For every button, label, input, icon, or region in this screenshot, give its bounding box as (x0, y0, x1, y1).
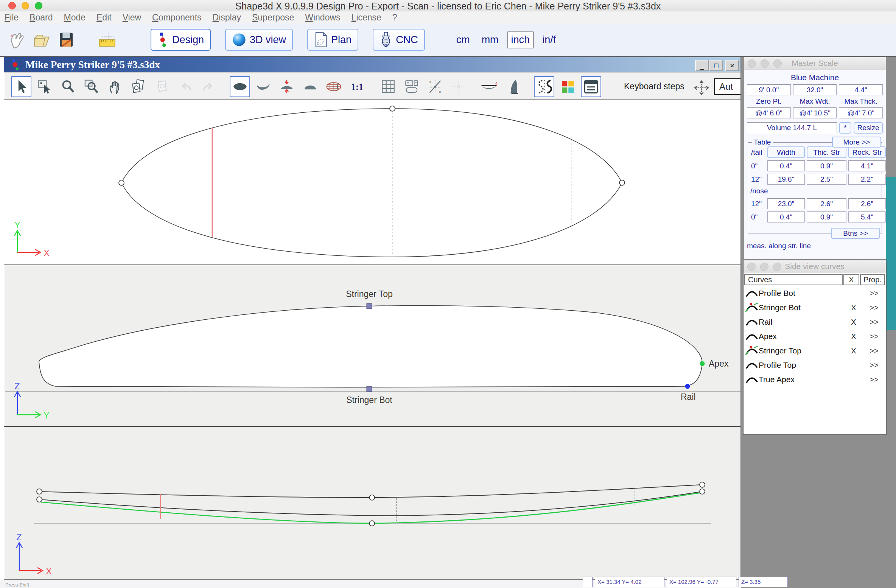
curve-prop-button[interactable]: >> (862, 318, 886, 327)
3d-view-button[interactable]: 3D view (225, 29, 293, 51)
tool-select-rect-icon[interactable] (34, 76, 55, 97)
table-cell[interactable]: 0.9" (807, 160, 846, 171)
thickness-field[interactable]: 4.4" (839, 84, 883, 95)
table-cell[interactable]: 0.4" (767, 212, 805, 222)
menu-item-superpose[interactable]: Superpose (252, 12, 294, 23)
curve-x-flag[interactable]: X (845, 303, 862, 312)
side-view[interactable]: Stringer Top Stringer Bot Apex Rail Z Y (4, 266, 741, 427)
menu-item-view[interactable]: View (123, 12, 141, 23)
table-cell[interactable]: 2.6" (807, 198, 846, 209)
rail-point[interactable] (685, 384, 690, 389)
tool-colors-icon[interactable] (557, 76, 578, 97)
table-cell[interactable]: 0.9" (807, 212, 846, 222)
center-bottom-point[interactable] (369, 521, 375, 526)
hand-tool-icon[interactable] (8, 30, 25, 50)
design-mode-button[interactable]: Design (151, 29, 211, 51)
document-titlebar[interactable]: Mike Perry Striker 9'5 #3.s3dx _ □ ✕ (4, 57, 740, 73)
menu-item-windows[interactable]: Windows (305, 12, 340, 23)
table-cell[interactable]: 23.0" (767, 198, 805, 209)
ruler-icon[interactable] (98, 30, 116, 50)
nose-deck-point[interactable] (700, 482, 705, 487)
menu-item-edit[interactable]: Edit (96, 12, 112, 23)
master-scale-titlebar[interactable]: Master Scale (744, 57, 886, 70)
prop-column-header[interactable]: Prop. (860, 274, 885, 285)
max-thck-field[interactable]: @4' 7.0" (839, 107, 883, 118)
tool-curvature-ss-icon[interactable] (534, 76, 554, 97)
tool-scale-1-1-icon[interactable]: 1:1 (347, 76, 367, 97)
x-column-header[interactable]: X (843, 274, 859, 285)
auto-steps-field[interactable]: Aut (714, 78, 741, 95)
close-button[interactable]: ✕ (725, 60, 739, 71)
resize-button[interactable]: Resize (854, 122, 883, 134)
max-wdt-field[interactable]: @4' 10.5" (793, 107, 837, 118)
curve-row-stringer-top[interactable]: Stringer TopX>> (744, 344, 886, 358)
curve-row-true-apex[interactable]: True Apex>> (744, 372, 886, 387)
curve-prop-button[interactable]: >> (862, 289, 886, 298)
tool-rocker-line-icon[interactable] (479, 76, 500, 97)
width-column-button[interactable]: Width (767, 146, 805, 158)
menu-item-license[interactable]: License (352, 12, 381, 23)
move-steps-icon[interactable] (694, 80, 709, 96)
tool-grid-icon[interactable] (378, 76, 398, 97)
tool-copy-icon[interactable] (128, 76, 149, 97)
menu-item-?[interactable]: ? (392, 12, 397, 23)
menu-item-mode[interactable]: Mode (64, 12, 86, 23)
tool-outline-icon[interactable] (230, 76, 250, 97)
tool-zoom-icon[interactable] (58, 76, 78, 97)
tool-layout-icon[interactable] (401, 76, 422, 97)
curve-prop-button[interactable]: >> (862, 303, 886, 312)
curve-row-rail[interactable]: RailX>> (744, 315, 886, 329)
tool-pointer-icon[interactable] (11, 76, 31, 97)
readout-toggle[interactable] (583, 577, 593, 587)
curve-x-flag[interactable]: X (845, 318, 862, 327)
maximize-button[interactable]: □ (709, 60, 723, 71)
unit-option-cm[interactable]: cm (453, 32, 473, 48)
table-cell[interactable]: 0.4" (767, 160, 805, 171)
table-cell[interactable]: 2.5" (807, 174, 846, 185)
save-icon[interactable] (58, 30, 75, 50)
open-folder-icon[interactable] (33, 30, 50, 50)
btns-button[interactable]: Btns >> (831, 228, 880, 239)
nose-bottom-point[interactable] (700, 489, 705, 494)
cnc-button[interactable]: CNC (373, 29, 425, 51)
apex-point[interactable] (700, 361, 705, 366)
nose-control-point[interactable] (619, 180, 625, 185)
stringer-top-control-point[interactable] (367, 303, 372, 309)
curve-prop-button[interactable]: >> (862, 347, 886, 355)
wide-control-point[interactable] (390, 106, 395, 111)
tool-pan-hand-icon[interactable] (105, 76, 125, 97)
board-outline-curve[interactable] (121, 109, 622, 257)
curve-row-profile-bot[interactable]: Profile Bot>> (744, 286, 886, 300)
curves-column-header[interactable]: Curves (744, 274, 843, 285)
rocker-view[interactable]: Z X (4, 428, 741, 580)
menu-item-file[interactable]: File (5, 12, 19, 23)
minimize-button[interactable]: _ (695, 60, 709, 71)
table-cell[interactable]: 2.2" (848, 174, 886, 185)
tail-bottom-point[interactable] (37, 497, 42, 502)
curve-prop-button[interactable]: >> (862, 361, 886, 370)
width-field[interactable]: 32.0" (793, 84, 837, 95)
outline-view[interactable]: Y X (4, 100, 741, 265)
curve-row-stringer-bot[interactable]: Stringer BotX>> (744, 300, 886, 315)
curves-panel-titlebar[interactable]: Side view curves (744, 260, 886, 273)
tool-rocker-icon[interactable] (253, 76, 274, 97)
board-profile-curve[interactable] (39, 306, 702, 387)
zero-pt-field[interactable]: @4' 6.0" (747, 107, 791, 118)
tool-slice-icon[interactable] (300, 76, 320, 97)
curve-x-flag[interactable]: X (845, 332, 862, 341)
more-button[interactable]: More >> (832, 137, 881, 148)
table-cell[interactable]: 5.4" (848, 212, 886, 222)
unit-option-inch[interactable]: inch (507, 31, 534, 48)
menu-item-components[interactable]: Components (152, 12, 201, 23)
center-deck-point[interactable] (369, 495, 375, 500)
length-field[interactable]: 9' 0.0" (747, 84, 791, 95)
tool-curvature-icon[interactable]: xx (425, 76, 445, 97)
tool-fin-icon[interactable] (503, 76, 523, 97)
curve-prop-button[interactable]: >> (862, 332, 886, 341)
tool-list-panel-icon[interactable] (581, 76, 601, 97)
table-cell[interactable]: 2.6" (848, 198, 886, 209)
tail-deck-point[interactable] (37, 489, 42, 494)
menu-item-board[interactable]: Board (30, 12, 53, 23)
unit-option-mm[interactable]: mm (478, 32, 502, 48)
tool-mesh-3d-icon[interactable] (324, 76, 344, 97)
